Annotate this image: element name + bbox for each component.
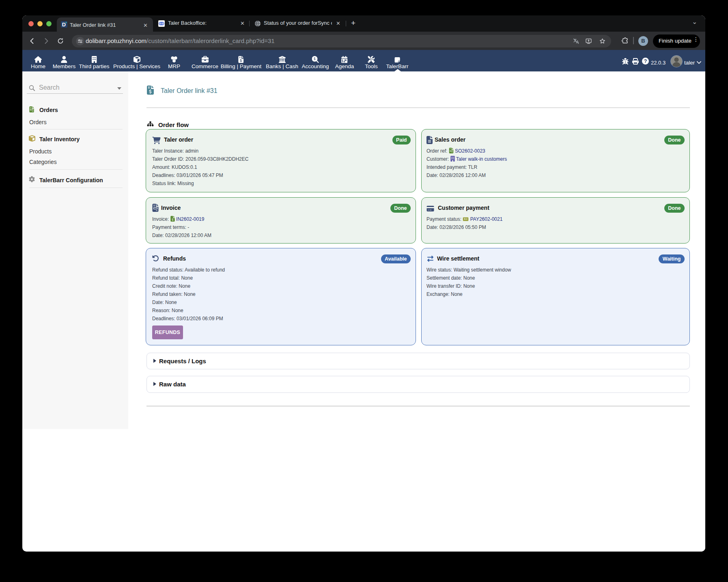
svg-text:D: D <box>62 22 66 28</box>
svg-text:?: ? <box>644 58 647 64</box>
